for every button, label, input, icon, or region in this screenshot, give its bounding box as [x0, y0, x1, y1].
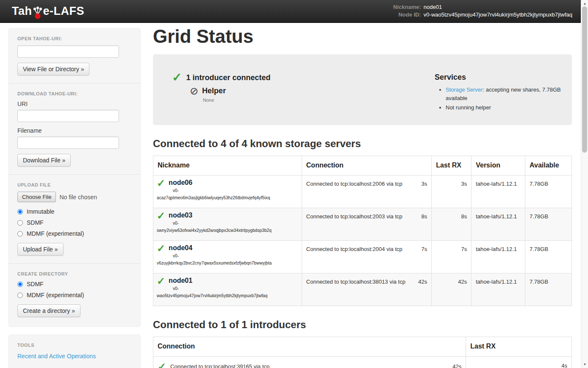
logo-text-post: e-LAFS — [43, 5, 85, 18]
radio-input-sdmf[interactable] — [17, 282, 23, 287]
connection-cell: Connected to tcp:localhost:38013 via tcp… — [302, 273, 432, 306]
open-uri-input[interactable] — [17, 45, 119, 58]
upload-file-button[interactable]: Upload File » — [17, 243, 64, 256]
radio-option-mdmf-experimental[interactable]: MDMF (experimental) — [17, 292, 132, 298]
servers-tbody: ✓node06v0-acaz7qptmeo6m3asjlgkb6iwlyuqey… — [153, 175, 572, 306]
scroll-thumb[interactable] — [582, 6, 587, 153]
services-title: Services — [435, 73, 563, 82]
introducers-heading: Connected to 1 of 1 introducers — [153, 319, 572, 331]
storage-server-link[interactable]: Storage Server — [446, 86, 483, 93]
nickname-label: Nickname: — [393, 4, 421, 11]
view-file-button[interactable]: View File or Directory » — [17, 63, 89, 75]
column-header: Version — [472, 156, 525, 175]
connection-line: Connected to tcp:localhost:38013 via tcp… — [306, 279, 427, 285]
radio-option-sdmf[interactable]: SDMF — [17, 219, 132, 226]
connection-line: Connected to tcp:localhost:2006 via tcp3… — [306, 181, 427, 187]
download-uri-label: DOWNLOAD TAHOE-URI: — [17, 91, 132, 96]
last-rx-cell: 8s — [432, 208, 472, 240]
scroll-up-arrow[interactable]: ▲ — [581, 2, 588, 6]
connection-text: Connected to tcp:localhost:2006 via tcp — [306, 181, 402, 187]
radio-label: SDMF — [27, 281, 44, 287]
node-id-label: Node ID: — [398, 12, 421, 18]
server-id: acaz7qptmeo6m3asjlgkb6iwlyuqey53hz26tbdm… — [157, 195, 298, 200]
recent-operations-link[interactable]: Recent and Active Operations — [17, 353, 132, 360]
service-item: Not running helper — [446, 103, 563, 112]
sidebar-forms-box: OPEN TAHOE-URI: View File or Directory »… — [8, 28, 141, 327]
logo-text-pre: Tah — [12, 5, 32, 18]
column-header: Connection — [153, 337, 466, 356]
app-logo[interactable]: Tah e-LAFS — [12, 5, 84, 18]
server-row: ✓node03v0-swny2viyw63ofxwi4x2yykd2woqjbp… — [153, 208, 572, 240]
introducer-summary: 1 introducer connected — [186, 73, 270, 82]
connected-check-icon: ✓ — [157, 212, 165, 220]
available-cell: 7.78GB — [525, 240, 572, 273]
choose-file-button[interactable]: Choose File — [17, 192, 56, 202]
server-nickname: node01 — [169, 277, 192, 284]
available-cell: 7.78GB — [525, 208, 572, 240]
upload-format-radio-group: ImmutableSDMFMDMF (experimental) — [17, 208, 132, 237]
create-directory-label: CREATE DIRECTORY — [17, 271, 132, 276]
server-nickname: node04 — [169, 244, 192, 252]
page-scrollbar[interactable]: ▲ ▼ — [581, 0, 588, 368]
nickname-cell: ✓node03v0-swny2viyw63ofxwi4x2yykd2woqjbp… — [153, 208, 302, 240]
storage-servers-table: NicknameConnectionLast RXVersionAvailabl… — [153, 156, 572, 306]
connection-cell: Connected to tcp:localhost:2003 via tcp8… — [302, 208, 432, 240]
server-nickname: node06 — [169, 179, 192, 187]
radio-input-mdmf-experimental[interactable] — [17, 231, 23, 237]
introducer-connection-line: ✓Connected to tcp:localhost:39165 via tc… — [158, 362, 461, 368]
storage-servers-heading: Connected to 4 of 4 known storage server… — [153, 138, 572, 150]
connection-age: 42s — [452, 363, 461, 368]
radio-label: MDMF (experimental) — [27, 230, 84, 237]
connection-cell: Connected to tcp:localhost:2006 via tcp3… — [302, 175, 432, 208]
last-rx-cell: 7s — [432, 240, 472, 273]
divider — [9, 174, 140, 175]
divider — [9, 83, 140, 84]
create-directory-button[interactable]: Create a directory » — [17, 304, 80, 317]
version-cell: tahoe-lafs/1.12.1 — [472, 208, 525, 240]
status-summary: ✓ 1 introducer connected ⊘ Helper None — [172, 73, 428, 113]
download-filename-input[interactable] — [17, 137, 119, 149]
tahoe-berry-icon — [33, 6, 43, 20]
connection-age: 7s — [422, 246, 427, 252]
radio-input-sdmf[interactable] — [17, 220, 23, 226]
uri-field-label: URI — [17, 100, 132, 107]
tools-links: Recent and Active Operations — [17, 353, 132, 360]
service-item: Storage Server: accepting new shares, 7.… — [446, 86, 563, 102]
download-uri-input[interactable] — [17, 110, 119, 122]
nickname-line: ✓node04 — [157, 244, 298, 252]
connection-text: Connected to tcp:localhost:38013 via tcp — [306, 279, 405, 285]
connection-line: Connected to tcp:localhost:2003 via tcp8… — [306, 213, 427, 220]
radio-option-sdmf[interactable]: SDMF — [17, 281, 132, 287]
create-dir-radio-group: SDMFMDMF (experimental) — [17, 281, 132, 298]
column-header: Nickname — [153, 156, 302, 175]
nickname-value: node01 — [424, 4, 442, 11]
servers-header-row: NicknameConnectionLast RXVersionAvailabl… — [153, 156, 572, 175]
radio-input-mdmf-experimental[interactable] — [17, 293, 23, 298]
server-nickname: node03 — [169, 212, 192, 219]
column-header: Connection — [302, 156, 432, 175]
main-content: Grid Status ✓ 1 introducer connected ⊘ H… — [153, 23, 572, 368]
radio-option-mdmf-experimental[interactable]: MDMF (experimental) — [17, 230, 132, 237]
connected-check-icon: ✓ — [157, 244, 165, 252]
radio-input-immutable[interactable] — [17, 209, 23, 215]
sidebar: OPEN TAHOE-URI: View File or Directory »… — [8, 28, 141, 368]
server-id: swny2viyw63ofxwi4x2yykd2woqjbpx3cw34xtri… — [157, 228, 298, 233]
server-id-prefix: v0- — [173, 254, 298, 258]
radio-option-immutable[interactable]: Immutable — [17, 208, 132, 215]
helper-title: Helper — [202, 86, 226, 95]
introducers-tbody: ✓Connected to tcp:localhost:39165 via tc… — [153, 356, 572, 368]
column-header: Last RX — [466, 337, 572, 356]
divider — [9, 263, 140, 264]
download-file-button[interactable]: Download File » — [17, 154, 71, 167]
connection-text: Connected to tcp:localhost:2003 via tcp — [306, 213, 402, 220]
node-id-value: v0-wao5tzv45pmoju47jow7rvl4ukirjm5ytbh2k… — [424, 12, 572, 18]
file-status-text: No file chosen — [59, 194, 97, 201]
service-text: Not running helper — [446, 104, 491, 111]
page-title: Grid Status — [153, 26, 572, 47]
connection-age: 3s — [422, 181, 427, 187]
version-cell: tahoe-lafs/1.12.1 — [472, 273, 525, 306]
scroll-down-arrow[interactable]: ▼ — [581, 362, 588, 366]
server-id-prefix: v0- — [173, 221, 298, 226]
available-cell: 7.78GB — [525, 273, 572, 306]
server-row: ✓node01v0-wao5tzv45pmoju47jow7rvl4ukirjm… — [153, 273, 572, 306]
